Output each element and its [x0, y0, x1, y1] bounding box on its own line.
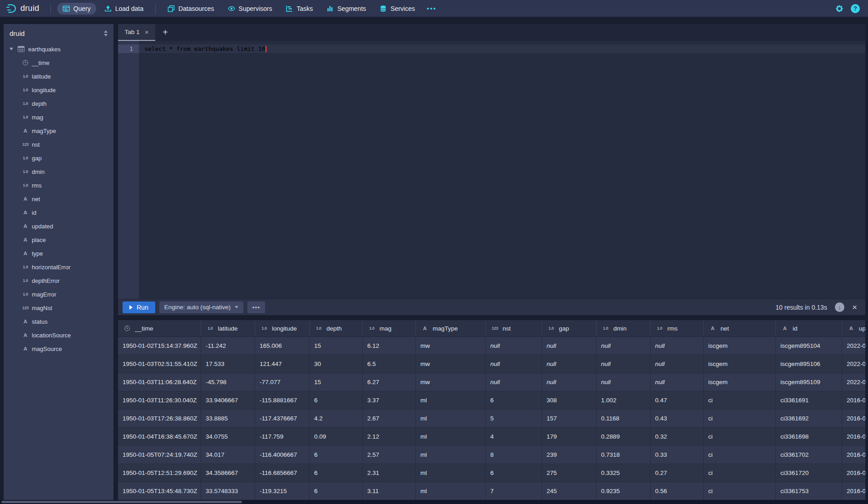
table-cell[interactable]: null [542, 373, 597, 391]
sidebar-column-item[interactable]: A updated [4, 219, 113, 233]
nav-more-icon[interactable]: ••• [423, 5, 440, 12]
sidebar-column-item[interactable]: 1.0 depthError [4, 274, 113, 287]
table-cell[interactable]: 121.447 [255, 355, 310, 373]
table-cell[interactable]: 1950-01-03T17:26:38.860Z [118, 410, 201, 427]
table-cell[interactable]: 0.09 [310, 428, 363, 445]
table-cell[interactable]: null [597, 373, 651, 391]
table-cell[interactable]: 2022-0 [842, 373, 865, 391]
results-column-header[interactable]: 1.0 latitude [201, 320, 255, 336]
table-cell[interactable]: 2.31 [363, 464, 416, 482]
table-cell[interactable]: 0.1168 [597, 410, 651, 427]
table-cell[interactable]: 2.12 [363, 428, 416, 445]
sql-editor[interactable]: 1 select * from earthquakes limit 10 [118, 41, 865, 299]
table-cell[interactable]: ci [704, 482, 776, 500]
table-cell[interactable]: null [651, 355, 704, 373]
table-cell[interactable]: 0.56 [651, 482, 704, 500]
results-column-header[interactable]: 1.0 rms [651, 320, 704, 336]
table-cell[interactable]: ml [416, 391, 486, 409]
table-cell[interactable]: 2.67 [363, 410, 416, 427]
results-column-header[interactable]: 1.0 longitude [255, 320, 310, 336]
table-cell[interactable]: 17.533 [201, 355, 255, 373]
table-cell[interactable]: 6 [486, 391, 542, 409]
table-cell[interactable]: 0.27 [651, 464, 704, 482]
table-cell[interactable]: -116.6856667 [255, 464, 310, 482]
table-cell[interactable]: 0.7318 [597, 446, 651, 464]
table-cell[interactable]: 1950-01-05T12:51:29.690Z [118, 464, 201, 482]
sidebar-column-item[interactable]: 1.0 mag [4, 110, 113, 124]
table-cell[interactable]: 15 [310, 337, 363, 355]
sidebar-column-item[interactable]: A place [4, 233, 113, 247]
gear-icon[interactable] [835, 5, 843, 13]
table-cell[interactable]: null [597, 355, 651, 373]
nav-item-supervisors[interactable]: Supervisors [222, 3, 278, 15]
table-cell[interactable]: 5 [486, 410, 542, 427]
table-cell[interactable]: -116.4006667 [255, 446, 310, 464]
table-cell[interactable]: ci3361702 [776, 446, 842, 464]
table-cell[interactable]: 6 [310, 446, 363, 464]
sidebar-column-item[interactable]: A type [4, 247, 113, 260]
table-cell[interactable]: 0.32 [651, 428, 704, 445]
table-cell[interactable]: 1950-01-02T15:14:37.960Z [118, 337, 201, 355]
table-cell[interactable]: 3.11 [363, 482, 416, 500]
table-cell[interactable]: 4 [486, 428, 542, 445]
table-cell[interactable]: 1.002 [597, 391, 651, 409]
table-cell[interactable]: 2022-0 [842, 337, 865, 355]
table-cell[interactable]: 6.5 [363, 355, 416, 373]
table-cell[interactable]: 1950-01-05T13:45:48.730Z [118, 482, 201, 500]
table-cell[interactable]: iscgem895104 [776, 337, 842, 355]
results-column-header[interactable]: A updated [842, 320, 865, 336]
table-cell[interactable]: mw [416, 373, 486, 391]
table-cell[interactable]: 2022-0 [842, 355, 865, 373]
table-cell[interactable]: 1950-01-05T07:24:19.740Z [118, 446, 201, 464]
table-cell[interactable]: ci3361691 [776, 391, 842, 409]
close-results-icon[interactable]: × [852, 303, 857, 311]
table-cell[interactable]: 2016-0 [842, 464, 865, 482]
add-tab-button[interactable]: + [155, 24, 175, 41]
editor-code-area[interactable]: select * from earthquakes limit 10 [139, 41, 865, 299]
druid-logo[interactable]: druid [5, 3, 39, 15]
schema-selector[interactable]: druid [4, 24, 113, 42]
table-cell[interactable]: 33.8885 [201, 410, 255, 427]
table-cell[interactable]: 0.33 [651, 446, 704, 464]
table-cell[interactable]: ml [416, 464, 486, 482]
table-cell[interactable]: 2.57 [363, 446, 416, 464]
results-column-header[interactable]: 123 nst [486, 320, 542, 336]
table-cell[interactable]: ci [704, 428, 776, 445]
table-cell[interactable]: 6 [486, 464, 542, 482]
table-cell[interactable]: 275 [542, 464, 597, 482]
table-cell[interactable]: 0.47 [651, 391, 704, 409]
table-cell[interactable]: 15 [310, 373, 363, 391]
table-cell[interactable]: null [597, 337, 651, 355]
table-cell[interactable]: ci3361698 [776, 428, 842, 445]
table-cell[interactable]: 1950-01-03T02:51:55.410Z [118, 355, 201, 373]
table-cell[interactable]: 2016-0 [842, 410, 865, 427]
table-cell[interactable]: 6 [310, 464, 363, 482]
sidebar-column-item[interactable]: 1.0 dmin [4, 165, 113, 178]
sidebar-column-item[interactable]: A magType [4, 124, 113, 138]
table-cell[interactable]: null [542, 355, 597, 373]
table-cell[interactable]: 4.2 [310, 410, 363, 427]
sidebar-column-item[interactable]: A locationSource [4, 328, 113, 342]
table-cell[interactable]: -115.8881667 [255, 391, 310, 409]
results-column-header[interactable]: __time [118, 320, 201, 336]
help-icon[interactable]: ? [851, 4, 860, 13]
table-cell[interactable]: 157 [542, 410, 597, 427]
tab-close-icon[interactable]: × [145, 28, 149, 36]
table-cell[interactable]: 239 [542, 446, 597, 464]
table-cell[interactable]: 34.017 [201, 446, 255, 464]
download-icon[interactable]: ↓ [835, 302, 844, 312]
table-cell[interactable]: 6 [310, 391, 363, 409]
table-cell[interactable]: -45.798 [201, 373, 255, 391]
table-cell[interactable]: mw [416, 337, 486, 355]
sidebar-column-item[interactable]: A id [4, 206, 113, 219]
table-cell[interactable]: 6 [310, 482, 363, 500]
table-cell[interactable]: 7 [486, 482, 542, 500]
table-cell[interactable]: ci3361753 [776, 482, 842, 500]
table-cell[interactable]: ci3361720 [776, 464, 842, 482]
table-cell[interactable]: iscgem [704, 337, 776, 355]
table-cell[interactable]: -117.759 [255, 428, 310, 445]
table-cell[interactable]: 1950-01-03T11:26:30.040Z [118, 391, 201, 409]
table-cell[interactable]: 245 [542, 482, 597, 500]
table-cell[interactable]: 0.3325 [597, 464, 651, 482]
sidebar-column-item[interactable]: 1.0 magError [4, 287, 113, 301]
